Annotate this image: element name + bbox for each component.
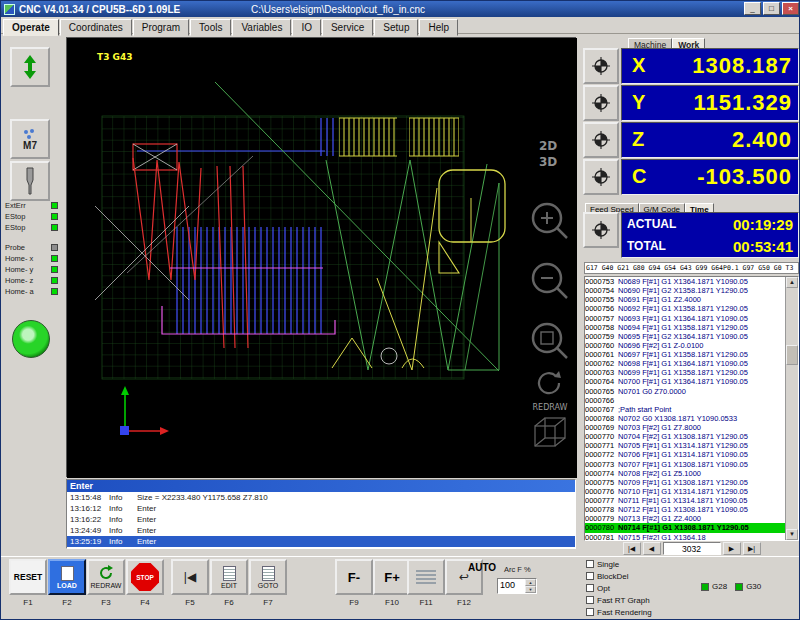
redraw-overlay-label[interactable]: REDRAW — [533, 403, 568, 412]
gcode-line-text: N0692 F[#1] G1 X1358.1871 Y1290.05 — [618, 304, 748, 313]
gcode-pager: |◀ ◀ 3032 ▶ ▶| — [584, 541, 799, 556]
menu-tab[interactable]: Program — [133, 19, 189, 36]
gcode-line[interactable]: 0000756 N0692 F[#1] G1 X1358.1871 Y1290.… — [585, 304, 785, 313]
gcode-line[interactable]: 0000766 — [585, 396, 785, 405]
rewind-button[interactable]: |◀ — [171, 559, 209, 595]
checkbox[interactable] — [586, 608, 594, 616]
maximize-button[interactable]: □ — [763, 2, 780, 15]
gcode-line[interactable]: 0000757 N0693 F[#1] G1 X1364.1871 Y1090.… — [585, 314, 785, 323]
gcode-line-number: 0000759 — [585, 332, 618, 341]
block-lines-button[interactable] — [407, 559, 445, 595]
tool-button[interactable] — [10, 161, 50, 201]
gcode-line[interactable]: 0000775 N0709 F[#1] G1 X1308.1871 Y1290.… — [585, 478, 785, 487]
time-reset-button[interactable] — [583, 212, 619, 248]
feed-minus-button[interactable]: F- — [335, 559, 373, 595]
g-option-checkbox[interactable] — [735, 583, 743, 591]
scroll-down-icon[interactable]: ▼ — [786, 529, 798, 540]
line-count-field[interactable]: 3032 — [663, 542, 721, 555]
gcode-line[interactable]: 0000764 N0700 F[#1] G1 X1364.1871 Y1090.… — [585, 377, 785, 386]
next-line-button[interactable]: ▶ — [723, 542, 741, 555]
gcode-line-number: 0000766 — [585, 396, 618, 405]
gcode-line[interactable]: 0000758 N0694 F[#1] G1 X1358.1871 Y1290.… — [585, 323, 785, 332]
close-button[interactable]: × — [782, 2, 799, 15]
spinner-down-icon[interactable]: ▼ — [525, 586, 536, 593]
gcode-line[interactable]: 0000772 N0706 F[#1] G1 X1314.1871 Y1090.… — [585, 450, 785, 459]
gcode-line[interactable]: 0000761 N0697 F[#1] G1 X1358.1871 Y1290.… — [585, 350, 785, 359]
g-option-checkbox[interactable] — [701, 583, 709, 591]
gcode-line[interactable]: 0000765 N0701 G0 Z70.0000 — [585, 387, 785, 396]
gcode-line[interactable]: 0000754 N0690 F[#1] G2 X1358.1871 Y1290.… — [585, 286, 785, 295]
first-line-button[interactable]: |◀ — [623, 542, 641, 555]
gcode-line[interactable]: 0000759 N0695 F[#1] G2 X1364.1871 Y1090.… — [585, 332, 785, 341]
checkbox[interactable] — [586, 572, 594, 580]
checkbox[interactable] — [586, 560, 594, 568]
reset-button[interactable]: RESET — [9, 559, 47, 595]
load-button[interactable]: LOAD — [48, 559, 86, 595]
log-entry[interactable]: 13:25:19 Info Enter — [67, 536, 575, 547]
zero-y-button[interactable] — [583, 85, 619, 121]
view-3d-button[interactable]: 3D — [539, 155, 557, 169]
zero-z-button[interactable] — [583, 122, 619, 158]
gcode-line-text: N0703 F[#2] G1 Z7.8000 — [618, 423, 701, 432]
arc-feed-spinner[interactable]: 100 ▲ ▼ — [497, 578, 537, 594]
last-line-button[interactable]: ▶| — [743, 542, 761, 555]
redraw-button[interactable]: REDRAW — [87, 559, 125, 595]
gcode-line[interactable]: 0000760 N0696 F[#2] G1 Z-0.0100 — [585, 341, 785, 350]
log-entry[interactable]: 13:24:49 Info Enter — [67, 525, 575, 536]
gcode-line[interactable]: 0000779 N0713 F[#2] G1 Z2.4000 — [585, 514, 785, 523]
gcode-line[interactable]: 0000755 N0691 F[#1] G1 Z2.4000 — [585, 295, 785, 304]
menu-tab[interactable]: Setup — [374, 19, 418, 36]
gcode-line[interactable]: 0000776 N0710 F[#1] G1 X1314.1871 Y1290.… — [585, 487, 785, 496]
minimize-button[interactable]: _ — [744, 2, 761, 15]
gcode-line[interactable]: 0000763 N0699 F[#1] G1 X1358.1871 Y1290.… — [585, 368, 785, 377]
gcode-line[interactable]: 0000781 N0715 F[#2] G1 X1364.18 — [585, 533, 785, 542]
gcode-line-number: 0000767 — [585, 405, 618, 414]
redraw-label: REDRAW — [91, 582, 122, 589]
gcode-line[interactable]: 0000753 N0689 F[#1] G1 X1364.1871 Y1090.… — [585, 277, 785, 286]
menu-tab[interactable]: Tools — [190, 19, 231, 36]
gcode-line[interactable]: 0000778 N0712 F[#1] G1 X1308.1871 Y1090.… — [585, 505, 785, 514]
checkbox[interactable] — [586, 596, 594, 604]
feed-plus-button[interactable]: F+ — [373, 559, 411, 595]
log-entry[interactable]: 13:16:22 Info Enter — [67, 514, 575, 525]
checkbox[interactable] — [586, 584, 594, 592]
gcode-line[interactable]: 0000769 N0703 F[#2] G1 Z7.8000 — [585, 423, 785, 432]
gcode-line-text: N0693 F[#1] G1 X1364.1871 Y1090.05 — [618, 314, 748, 323]
gcode-line[interactable]: 0000762 N0698 F[#1] G1 X1364.1871 Y1090.… — [585, 359, 785, 368]
tool-change-button[interactable] — [10, 47, 50, 87]
gcode-line[interactable]: 0000773 N0707 F[#1] G1 X1308.1871 Y1090.… — [585, 460, 785, 469]
menu-tab[interactable]: IO — [292, 19, 321, 36]
log-entry[interactable]: 13:15:48 Info Size = X2233.480 Y1175.658… — [67, 492, 575, 503]
menu-tab[interactable]: Service — [322, 19, 373, 36]
option-label: Opt — [597, 584, 610, 593]
menu-tab[interactable]: Coordinates — [60, 19, 132, 36]
zero-x-button[interactable] — [583, 48, 619, 84]
goto-button[interactable]: GOTO — [249, 559, 287, 595]
spinner-up-icon[interactable]: ▲ — [525, 579, 536, 586]
g-option: G30 — [735, 582, 761, 591]
axis-value: 2.400 — [732, 127, 792, 153]
m7-coolant-button[interactable]: M7 — [10, 119, 50, 159]
gcode-line-number: 0000761 — [585, 350, 618, 359]
toolpath-canvas[interactable]: T3 G43 2D 3D — [66, 37, 576, 477]
gcode-line[interactable]: 0000767 ;Path start Point — [585, 405, 785, 414]
gcode-line-text: N0689 F[#1] G1 X1364.1871 Y1090.05 — [618, 277, 748, 286]
zero-c-button[interactable] — [583, 159, 619, 195]
gcode-line[interactable]: 0000771 N0705 F[#1] G1 X1314.1871 Y1290.… — [585, 441, 785, 450]
start-power-button[interactable] — [12, 320, 50, 358]
menu-tab[interactable]: Variables — [232, 19, 291, 36]
scroll-up-icon[interactable]: ▲ — [786, 277, 798, 288]
view-2d-button[interactable]: 2D — [539, 139, 557, 153]
scrollbar-thumb[interactable] — [786, 345, 798, 365]
gcode-line[interactable]: 0000770 N0704 F[#2] G1 X1308.1871 Y1290.… — [585, 432, 785, 441]
log-entry[interactable]: 13:16:12 Info Enter — [67, 503, 575, 514]
menu-tab[interactable]: Help — [419, 19, 458, 36]
edit-button[interactable]: EDIT — [210, 559, 248, 595]
gcode-line[interactable]: 0000777 N0711 F[#1] G1 X1314.1871 Y1090.… — [585, 496, 785, 505]
prev-line-button[interactable]: ◀ — [643, 542, 661, 555]
gcode-scrollbar[interactable]: ▲ ▼ — [785, 277, 798, 540]
gcode-line[interactable]: 0000768 N0702 G0 X1308.1871 Y1090.0533 — [585, 414, 785, 423]
gcode-line[interactable]: 0000780 N0714 F[#1] G1 X1308.1871 Y1290.… — [585, 523, 785, 532]
gcode-line[interactable]: 0000774 N0708 F[#2] G1 Z5.1000 — [585, 469, 785, 478]
stop-button[interactable]: STOP — [126, 559, 164, 595]
